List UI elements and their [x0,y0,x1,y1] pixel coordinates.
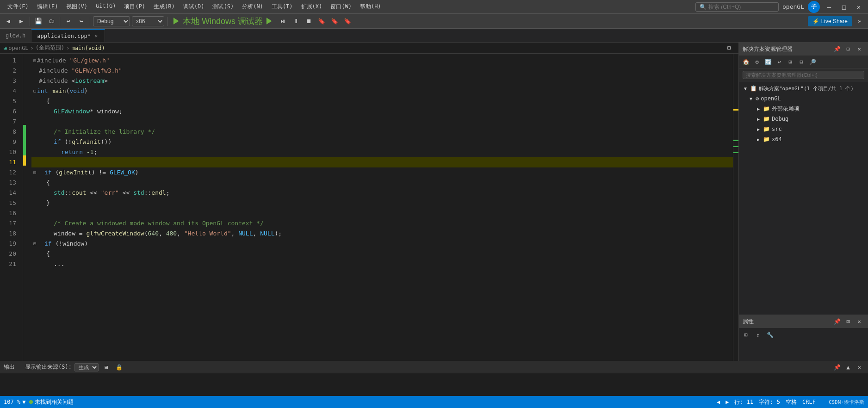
linenum-4: 4 [0,86,19,96]
prop-grid-icon[interactable]: ⊞ [741,330,751,340]
prop-dock-button[interactable]: ⊡ [843,316,853,327]
op-3b: > [104,76,108,86]
menu-edit[interactable]: 编辑(E) [33,2,62,12]
out-pin-button[interactable]: 📌 [832,362,842,372]
linenum-15: 15 [0,198,19,208]
scroll-marker-green1 [733,140,738,141]
solution-explorer: 解决方案资源管理器 📌 ⊡ ✕ 🏠 ⚙ 🔄 ↩ ⊞ ⊟ 🔎 [739,43,868,315]
linenum-2: 2 [0,66,19,76]
save-button[interactable]: 💾 [33,16,44,27]
code-21: ... [54,259,64,269]
folder-icon-debug: 📁 [763,116,770,122]
toolbar-icon5[interactable]: 🔖 [329,16,340,27]
out-close-button[interactable]: ✕ [854,362,864,372]
se-btn-6[interactable]: ⊟ [796,57,806,67]
expand-button[interactable]: » [854,16,865,27]
breadcrumb-expand[interactable]: ⊞ [724,43,735,54]
properties-toolbar: ⊞ ↕ 🔧 [739,328,868,342]
menu-help[interactable]: 帮助(H) [356,2,385,12]
se-dock-button[interactable]: ⊡ [843,44,853,54]
collapse-19[interactable]: ⊟ [33,239,36,249]
status-scroll-left[interactable]: ◀ [717,399,720,405]
menu-test[interactable]: 测试(S) [209,2,237,12]
out-max-button[interactable]: ▲ [843,362,853,372]
tree-solution[interactable]: ▼ 📋 解决方案"openGL"(1 个项目/共 1 个) [739,83,868,93]
collapse-4[interactable]: ⊟ [33,86,36,96]
tree-project[interactable]: ▼ ⚙ openGL [739,93,868,104]
menu-git[interactable]: Git(G) [92,2,119,12]
status-right: ◀ ▶ 行: 11 字符: 5 空格 CRLF CSDN·埃卡洛斯 [717,398,864,406]
menu-tools[interactable]: 工具(T) [268,2,297,12]
menu-build[interactable]: 生成(B) [150,2,179,12]
prop-settings-icon[interactable]: 🔧 [765,330,775,340]
tree-debug[interactable]: ▶ 📁 Debug [739,114,868,124]
tab-glew[interactable]: glew.h [0,29,31,42]
linenum-6: 6 [0,106,19,117]
se-btn-1[interactable]: 🏠 [741,57,751,67]
kw-4b: void [69,86,84,96]
tree-ext-deps[interactable]: ▶ 📁 外部依赖项 [739,104,868,114]
menu-file[interactable]: 文件(F) [4,2,32,12]
se-btn-2[interactable]: ⚙ [752,57,762,67]
menu-analyze[interactable]: 分析(N) [238,2,267,12]
prop-pin-button[interactable]: 📌 [832,316,842,327]
live-share-button[interactable]: ⚡ Live Share [808,16,852,26]
se-btn-7[interactable]: 🔎 [807,57,818,67]
search-input[interactable] [708,4,769,10]
prop-sort-icon[interactable]: ↕ [753,330,763,340]
se-btn-4[interactable]: ↩ [774,57,784,67]
forward-button[interactable]: ▶ [16,16,27,27]
breadcrumb-sep2: › [66,45,69,51]
code-line-6: GLFWwindow* window; [31,106,733,117]
se-search-input[interactable] [743,71,864,79]
code-line-16 [31,208,733,218]
undo-button[interactable]: ↩ [63,16,74,27]
code-line-14: std::cout << "err" << std::endl; [31,188,733,198]
maximize-button[interactable]: □ [838,1,849,12]
back-button[interactable]: ◀ [3,16,14,27]
collapse-1[interactable]: ⊟ [33,56,36,66]
arch-dropdown[interactable]: x86 [132,16,164,26]
tree-x64[interactable]: ▶ 📁 x64 [739,134,868,144]
out-btn-2[interactable]: 🔒 [114,362,124,372]
se-close-button[interactable]: ✕ [854,44,864,54]
menu-window[interactable]: 窗口(W) [327,2,355,12]
editor-scrollbar[interactable] [733,54,738,361]
tab-close-button[interactable]: ✕ [93,33,99,39]
se-btn-5[interactable]: ⊞ [785,57,795,67]
se-btn-3[interactable]: 🔄 [763,57,773,67]
output-source-dropdown[interactable]: 生成 [74,363,99,371]
se-pin-button[interactable]: 📌 [832,44,842,54]
code-editor[interactable]: ⊟ #include "GL/glew.h" #include "GLFW/gl… [26,54,733,361]
redo-button[interactable]: ↪ [76,16,87,27]
status-scroll-right[interactable]: ▶ [725,399,729,405]
zoom-dropdown-icon[interactable]: ▼ [22,399,25,405]
sol-icon: 📋 [750,85,757,92]
debug-dropdown[interactable]: Debug [93,16,130,26]
menu-debug[interactable]: 调试(D) [180,2,208,12]
tab-glew-label: glew.h [6,32,25,39]
tree-src[interactable]: ▶ 📁 src [739,124,868,134]
toolbar: ◀ ▶ 💾 🗂 ↩ ↪ Debug x86 ▶ 本地 Windows 调试器 ▶… [0,14,868,29]
out-btn-1[interactable]: ⊞ [101,362,112,372]
search-box[interactable]: 🔍 [695,2,779,12]
prop-close-button[interactable]: ✕ [854,316,864,327]
code-line-4: ⊟ int main(void) [31,86,733,96]
save-all-button[interactable]: 🗂 [46,16,57,27]
toolbar-icon2[interactable]: ⏸ [290,16,301,27]
collapse-12[interactable]: ⊟ [33,167,36,178]
menu-view[interactable]: 视图(V) [62,2,91,12]
menu-extensions[interactable]: 扩展(X) [298,2,326,12]
close-button[interactable]: ✕ [853,1,864,12]
str-1: "GL/glew.h" [69,56,109,66]
op-4c: ) [84,86,88,96]
menu-project[interactable]: 项目(P) [120,2,149,12]
toolbar-icon3[interactable]: ⏹ [303,16,314,27]
toolbar-icon1[interactable]: ⏯ [277,16,288,27]
toolbar-icon4[interactable]: 🔖 [316,16,327,27]
code-line-15: } [31,198,733,208]
minimize-button[interactable]: — [824,1,835,12]
tab-application[interactable]: application.cpp* ✕ [31,29,105,42]
run-button[interactable]: ▶ 本地 Windows 调试器 ▶ [170,16,275,27]
toolbar-icon6[interactable]: 🔖 [342,16,353,27]
